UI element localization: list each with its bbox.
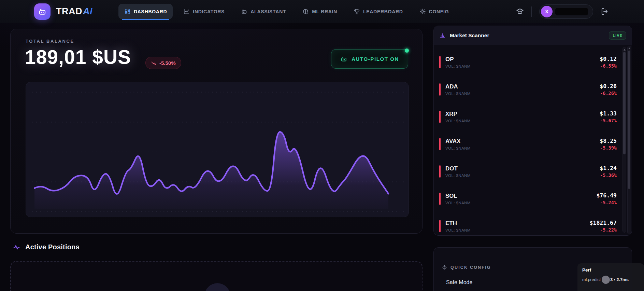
- line-chart-icon: [183, 8, 190, 15]
- grid-icon: [124, 8, 131, 15]
- username-redacted: [555, 8, 588, 15]
- nav-label: INDICATORS: [193, 9, 225, 14]
- gear-icon: [419, 8, 426, 15]
- symbol: DOT: [445, 165, 471, 172]
- avatar-initial: X: [545, 9, 548, 14]
- change-percent: -5.24%: [596, 200, 617, 205]
- perf-metric-row: ml.predict 3 • 2.7ms: [582, 276, 639, 284]
- scanner-row[interactable]: SOL VOL: $NANM $76.49 -5.24%: [434, 185, 622, 212]
- row-accent-bar: [439, 111, 441, 123]
- config-item-safe-mode[interactable]: Safe Mode: [446, 279, 472, 286]
- brand-prefix: TRAD: [56, 6, 82, 16]
- status-dot: [405, 48, 409, 53]
- education-icon[interactable]: [516, 8, 524, 15]
- tab-config[interactable]: CONFIG: [414, 4, 455, 19]
- scanner-row[interactable]: DOT VOL: $NANM $1.24 -5.36%: [434, 158, 622, 185]
- change-percent: -5.36%: [600, 172, 617, 178]
- symbol: SOL: [445, 193, 471, 199]
- perf-dot: [602, 276, 610, 284]
- scrollbar-thumb[interactable]: [623, 52, 626, 154]
- symbol: ETH: [445, 220, 471, 227]
- market-scanner-card: Market Scanner LIVE OP VOL: $NANM $0.12 …: [433, 26, 632, 236]
- tab-ml-brain[interactable]: ML BRAIN: [297, 4, 343, 19]
- scanner-row[interactable]: ETH VOL: $NANM $1821.67 -5.22%: [434, 212, 622, 236]
- scanner-row[interactable]: XRP VOL: $NANM $1.33 -5.67%: [434, 103, 622, 130]
- list-scrollbar[interactable]: [622, 47, 626, 233]
- nav-label: CONFIG: [429, 9, 449, 14]
- tab-ai-assistant[interactable]: AI ASSISTANT: [235, 4, 292, 19]
- scroll-up-arrow[interactable]: [624, 49, 626, 51]
- divider: [531, 6, 532, 17]
- symbol: AVAX: [445, 138, 471, 145]
- empty-state-circle: [204, 283, 230, 291]
- main-nav: DASHBOARD INDICATORS AI ASSISTANT ML BRA…: [118, 0, 455, 23]
- scrollbar-thumb[interactable]: [628, 51, 630, 189]
- price: $8.25: [600, 138, 617, 144]
- price: $76.49: [596, 192, 617, 199]
- gear-icon: [442, 265, 447, 270]
- symbol: XRP: [445, 111, 471, 117]
- bar-chart-icon: [439, 32, 446, 39]
- tab-indicators[interactable]: INDICATORS: [177, 4, 230, 19]
- robot-icon: [241, 8, 247, 15]
- scanner-list: OP VOL: $NANM $0.12 -6.55% ADA VOL: $NAN…: [434, 45, 622, 235]
- volume: VOL: $NANM: [445, 201, 471, 205]
- autopilot-toggle-button[interactable]: AUTO-PILOT ON: [331, 49, 408, 69]
- nav-label: ML BRAIN: [312, 9, 337, 14]
- row-accent-bar: [439, 193, 441, 205]
- change-percent: -6.26%: [600, 91, 617, 96]
- top-nav: TRADAI DASHBOARD INDICATORS AI ASSISTANT: [0, 0, 644, 23]
- autopilot-label: AUTO-PILOT ON: [352, 56, 399, 62]
- panel-title: Market Scanner: [450, 32, 489, 39]
- scanner-row[interactable]: AVAX VOL: $NANM $8.25 -5.39%: [434, 130, 622, 158]
- avatar: X: [541, 6, 553, 17]
- live-badge: LIVE: [609, 31, 626, 40]
- activity-icon: [13, 244, 20, 251]
- row-accent-bar: [439, 138, 441, 150]
- user-menu[interactable]: X: [539, 4, 593, 19]
- tab-leaderboard[interactable]: LEADERBOARD: [348, 4, 409, 19]
- volume: VOL: $NANM: [445, 174, 471, 178]
- volume: VOL: $NANM: [445, 228, 471, 232]
- row-accent-bar: [439, 83, 441, 96]
- price: $1.24: [600, 165, 617, 171]
- section-title: Active Positions: [25, 243, 80, 251]
- robot-icon: [38, 7, 47, 16]
- logout-icon[interactable]: [601, 8, 609, 15]
- price: $1821.67: [590, 220, 617, 226]
- scanner-row[interactable]: ADA VOL: $NANM $0.26 -6.26%: [434, 76, 622, 103]
- active-positions-card: [10, 261, 423, 291]
- volume: VOL: $NANM: [445, 119, 471, 123]
- scroll-up-arrow[interactable]: [628, 47, 630, 49]
- market-scanner-header: Market Scanner LIVE: [434, 26, 632, 45]
- app-logo[interactable]: [34, 3, 51, 20]
- balance-chart: [26, 82, 409, 217]
- balance-change-value: -5.50%: [159, 60, 176, 66]
- row-accent-bar: [439, 165, 441, 178]
- volume: VOL: $NANM: [445, 64, 471, 68]
- robot-icon: [340, 55, 347, 63]
- price: $1.33: [600, 110, 617, 117]
- brand-suffix: AI: [83, 6, 92, 16]
- symbol: ADA: [445, 83, 471, 90]
- perf-metric-value: 3 • 2.7ms: [610, 277, 629, 282]
- active-positions-header: Active Positions: [13, 243, 80, 251]
- perf-metric-name: ml.predict: [582, 277, 601, 282]
- perf-title: Perf: [582, 267, 639, 273]
- volume: VOL: $NANM: [445, 146, 471, 150]
- change-percent: -5.67%: [600, 118, 617, 123]
- symbol: OP: [445, 56, 471, 63]
- balance-chart-card: [26, 82, 409, 217]
- quick-config-header: QUICK CONFIG: [442, 265, 491, 270]
- tab-dashboard[interactable]: DASHBOARD: [118, 4, 173, 19]
- trending-down-icon: [151, 60, 157, 66]
- nav-right-cluster: X: [516, 4, 609, 19]
- nav-label: LEADERBOARD: [363, 9, 403, 14]
- brand-name: TRADAI: [56, 6, 92, 17]
- balance-label: TOTAL BALANCE: [26, 39, 74, 44]
- balance-amount: 189,01 $US: [25, 46, 131, 68]
- scanner-row[interactable]: OP VOL: $NANM $0.12 -6.55%: [434, 48, 622, 76]
- chart-area-fill: [34, 132, 388, 209]
- brain-icon: [302, 8, 309, 15]
- panel-scrollbar[interactable]: [627, 46, 631, 234]
